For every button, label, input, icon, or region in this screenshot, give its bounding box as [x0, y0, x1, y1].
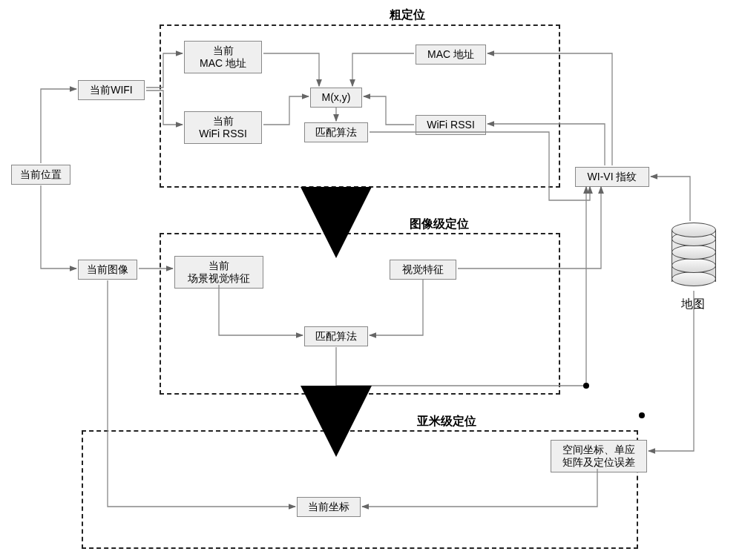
svg-point-0 — [583, 383, 589, 389]
svg-point-1 — [639, 412, 645, 418]
node-curr-scene-feat: 当前场景视觉特征 — [174, 256, 263, 289]
node-vis-feat: 视觉特征 — [390, 260, 456, 280]
node-wifi-rssi: WiFi RSSI — [416, 115, 486, 135]
node-current-coord: 当前坐标 — [297, 497, 361, 517]
node-match-algo-2: 匹配算法 — [304, 326, 368, 346]
node-current-wifi: 当前WIFI — [78, 80, 145, 100]
node-spatial: 空间坐标、单应矩阵及定位误差 — [551, 440, 647, 472]
node-current-pos: 当前位置 — [11, 165, 70, 185]
node-wivi: WI-VI 指纹 — [575, 167, 649, 187]
map-database-icon — [672, 223, 716, 289]
node-curr-rssi: 当前WiFi RSSI — [184, 111, 262, 144]
node-mac-addr: MAC 地址 — [416, 45, 486, 65]
group-label-sub: 亚米级定位 — [417, 414, 476, 429]
node-mxy: M(x,y) — [310, 88, 362, 108]
node-curr-mac: 当前MAC 地址 — [184, 41, 262, 73]
group-label-image: 图像级定位 — [410, 217, 469, 232]
group-label-coarse: 粗定位 — [390, 7, 425, 23]
node-current-image: 当前图像 — [78, 260, 137, 280]
node-match-algo-1: 匹配算法 — [304, 122, 368, 142]
map-label: 地图 — [681, 297, 705, 312]
